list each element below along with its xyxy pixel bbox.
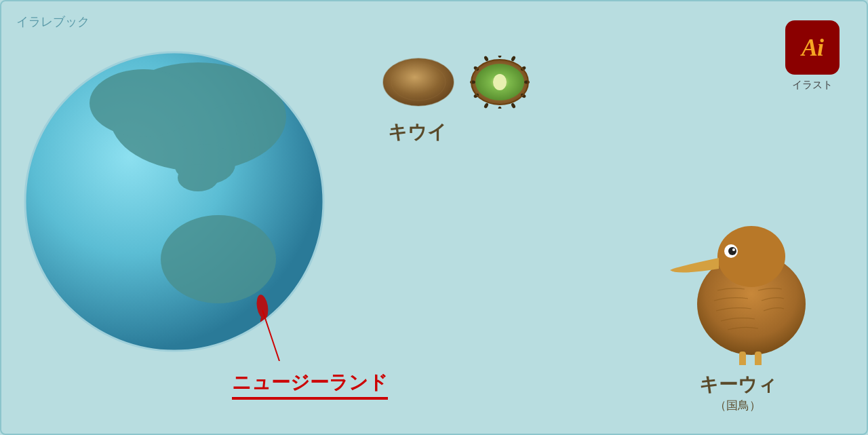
- svg-rect-37: [739, 352, 746, 365]
- kiwi-bird-label: キーウィ: [699, 372, 777, 398]
- ai-label: イラスト: [792, 79, 833, 92]
- svg-point-19: [498, 56, 502, 58]
- ai-logo-text: Ai: [802, 33, 823, 62]
- svg-point-18: [493, 74, 507, 90]
- kiwi-bird-sublabel: （国鳥）: [715, 398, 761, 413]
- svg-point-8: [161, 215, 276, 303]
- globe-svg: [22, 49, 327, 354]
- kiwi-bird-icon: [663, 209, 812, 365]
- svg-point-35: [728, 247, 736, 255]
- kiwi-whole-icon: [381, 56, 456, 109]
- kiwi-fruit-section: キウイ: [381, 56, 530, 145]
- nz-label-container: ニュージーランド: [232, 370, 388, 400]
- globe-container: [22, 35, 334, 402]
- kiwi-half-icon: [469, 56, 530, 109]
- nz-label: ニュージーランド: [232, 370, 388, 396]
- svg-rect-38: [755, 352, 762, 365]
- kiwi-fruits: [381, 56, 530, 109]
- svg-point-6: [178, 164, 218, 191]
- kiwi-fruit-label: キウイ: [388, 119, 447, 145]
- ai-logo: Ai イラスト: [785, 20, 840, 92]
- app-title: イラレブック: [16, 14, 90, 30]
- svg-point-3: [90, 69, 198, 137]
- svg-point-25: [498, 107, 502, 109]
- ai-logo-box: Ai: [785, 20, 840, 75]
- svg-point-36: [732, 248, 735, 251]
- kiwi-bird-section: キーウィ （国鳥）: [663, 209, 812, 413]
- nz-underline: [232, 397, 388, 400]
- main-container: イラレブック Ai イラスト: [0, 0, 868, 435]
